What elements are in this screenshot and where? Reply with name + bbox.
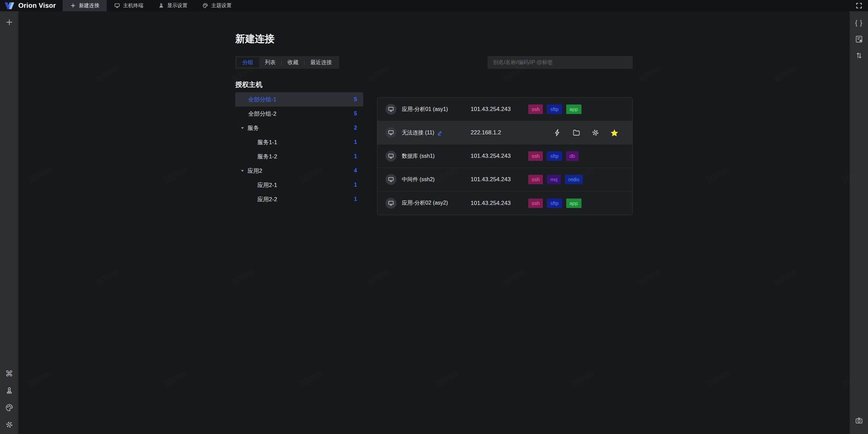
host-name: 中间件 (ssh2) bbox=[402, 176, 435, 183]
host-count: 1 bbox=[354, 182, 357, 188]
host-count: 1 bbox=[354, 153, 357, 159]
top-bar: Orion Visor 新建连接 主机终端 显示设置 主题设置 bbox=[0, 0, 868, 11]
braces-icon[interactable]: { } bbox=[853, 17, 865, 29]
host-row-hovered[interactable]: 无法连接 (11) 222.168.1.2 bbox=[377, 121, 632, 145]
tag: app bbox=[566, 105, 581, 114]
main-area: 新建连接 分组 列表 收藏 最近连接 授权主机 全部分组-1 5 全部分 bbox=[18, 11, 850, 434]
host-avatar bbox=[386, 151, 396, 162]
host-tags: ssh sftp db bbox=[528, 151, 578, 161]
star-icon[interactable] bbox=[610, 128, 619, 137]
host-avatar bbox=[386, 104, 396, 115]
tree-item[interactable]: 服务1-1 1 bbox=[235, 135, 363, 149]
gear-icon[interactable] bbox=[591, 128, 600, 137]
tree-item[interactable]: 应用2 4 bbox=[235, 164, 363, 178]
tag: ssh bbox=[528, 199, 543, 208]
caret-down-icon[interactable] bbox=[241, 126, 244, 130]
tab-label: 显示设置 bbox=[167, 2, 188, 9]
host-count: 4 bbox=[354, 168, 357, 174]
view-tab-recent[interactable]: 最近连接 bbox=[304, 57, 338, 68]
doc-bookmark-icon[interactable] bbox=[853, 33, 865, 45]
monitor-icon bbox=[388, 200, 394, 206]
host-ip: 101.43.254.243 bbox=[471, 176, 528, 183]
right-rail: { } bbox=[850, 11, 868, 434]
tab-label: 主题设置 bbox=[211, 2, 232, 9]
left-rail: ⌘ bbox=[0, 11, 18, 434]
host-row[interactable]: 应用-分析02 (asy2) 101.43.254.243 ssh sftp a… bbox=[377, 191, 632, 215]
fullscreen-icon[interactable] bbox=[850, 0, 868, 11]
monitor-icon bbox=[114, 3, 120, 8]
tree-item[interactable]: 全部分组-1 5 bbox=[235, 92, 363, 107]
host-count: 5 bbox=[354, 96, 357, 102]
host-row[interactable]: 中间件 (ssh2) 101.43.254.243 ssh mq redis bbox=[377, 168, 632, 191]
plus-icon bbox=[70, 3, 76, 8]
tag: mq bbox=[547, 175, 561, 184]
palette-icon[interactable] bbox=[3, 401, 15, 414]
host-row[interactable]: 数据库 (ssh1) 101.43.254.243 ssh sftp db bbox=[377, 145, 632, 168]
host-tags: ssh mq redis bbox=[528, 175, 583, 184]
view-tab-favorites[interactable]: 收藏 bbox=[282, 57, 304, 68]
tree-item[interactable]: 应用2-2 1 bbox=[235, 192, 363, 206]
stamp-icon bbox=[158, 3, 164, 8]
host-list: 应用-分析01 (asy1) 101.43.254.243 ssh sftp a… bbox=[377, 97, 633, 215]
monitor-icon bbox=[388, 130, 394, 136]
sort-arrows-icon[interactable] bbox=[853, 49, 865, 61]
monitor-icon bbox=[388, 153, 394, 159]
tab-display-settings[interactable]: 显示设置 bbox=[151, 0, 195, 11]
caret-down-icon[interactable] bbox=[241, 169, 244, 172]
brand: Orion Visor bbox=[0, 0, 63, 11]
tab-host-terminal[interactable]: 主机终端 bbox=[107, 0, 151, 11]
lightning-icon[interactable] bbox=[553, 128, 562, 137]
tab-theme-settings[interactable]: 主题设置 bbox=[195, 0, 239, 11]
stamp-icon[interactable] bbox=[3, 384, 15, 397]
tab-label: 新建连接 bbox=[79, 2, 99, 9]
host-name: 数据库 (ssh1) bbox=[402, 153, 435, 160]
view-tab-list[interactable]: 列表 bbox=[259, 57, 281, 68]
host-count: 5 bbox=[354, 111, 357, 117]
palette-icon bbox=[202, 3, 208, 8]
host-avatar bbox=[386, 127, 396, 138]
host-ip: 101.43.254.243 bbox=[471, 200, 528, 207]
host-tags: ssh sftp app bbox=[528, 199, 581, 208]
host-name: 应用-分析01 (asy1) bbox=[402, 106, 448, 113]
edit-pencil-icon[interactable] bbox=[437, 130, 443, 136]
page-title: 新建连接 bbox=[235, 32, 633, 46]
host-row[interactable]: 应用-分析01 (asy1) 101.43.254.243 ssh sftp a… bbox=[377, 98, 632, 121]
group-tree: 全部分组-1 5 全部分组-2 5 服务 2 服务1-1 1 服务1-2 bbox=[235, 92, 363, 206]
host-actions bbox=[553, 128, 624, 137]
gear-icon[interactable] bbox=[3, 418, 15, 431]
folder-icon[interactable] bbox=[572, 128, 581, 137]
add-connection-icon[interactable] bbox=[3, 16, 15, 28]
controls-row: 分组 列表 收藏 最近连接 bbox=[235, 56, 633, 69]
host-name: 应用-分析02 (asy2) bbox=[402, 200, 448, 207]
tag: sftp bbox=[547, 199, 562, 208]
tag: redis bbox=[565, 175, 583, 184]
host-count: 1 bbox=[354, 196, 357, 202]
topbar-spacer bbox=[239, 0, 850, 11]
view-tab-group[interactable]: 分组 bbox=[237, 57, 259, 68]
camera-icon[interactable] bbox=[853, 414, 865, 427]
host-tags: ssh sftp app bbox=[528, 105, 581, 114]
tag: sftp bbox=[547, 151, 562, 161]
host-avatar bbox=[386, 198, 396, 209]
tag: app bbox=[566, 199, 581, 208]
host-ip: 222.168.1.2 bbox=[471, 129, 528, 136]
tab-label: 主机终端 bbox=[123, 2, 143, 9]
view-mode-switcher: 分组 列表 收藏 最近连接 bbox=[235, 56, 339, 69]
left-rail-bottom: ⌘ bbox=[3, 367, 15, 431]
tag: ssh bbox=[528, 151, 543, 161]
tree-item[interactable]: 服务 2 bbox=[235, 121, 363, 135]
search-input[interactable] bbox=[488, 56, 633, 69]
command-icon[interactable]: ⌘ bbox=[3, 367, 15, 380]
orion-visor-logo-icon bbox=[4, 2, 15, 10]
host-count: 2 bbox=[354, 125, 357, 131]
host-name: 无法连接 (11) bbox=[402, 129, 443, 136]
section-title: 授权主机 bbox=[235, 80, 633, 89]
tree-item[interactable]: 应用2-1 1 bbox=[235, 178, 363, 192]
tree-item[interactable]: 服务1-2 1 bbox=[235, 149, 363, 164]
tag: ssh bbox=[528, 105, 543, 114]
tab-new-connection[interactable]: 新建连接 bbox=[63, 0, 107, 11]
monitor-icon bbox=[388, 176, 394, 183]
tree-item[interactable]: 全部分组-2 5 bbox=[235, 107, 363, 121]
tag: ssh bbox=[528, 175, 543, 184]
tag: sftp bbox=[547, 105, 562, 114]
